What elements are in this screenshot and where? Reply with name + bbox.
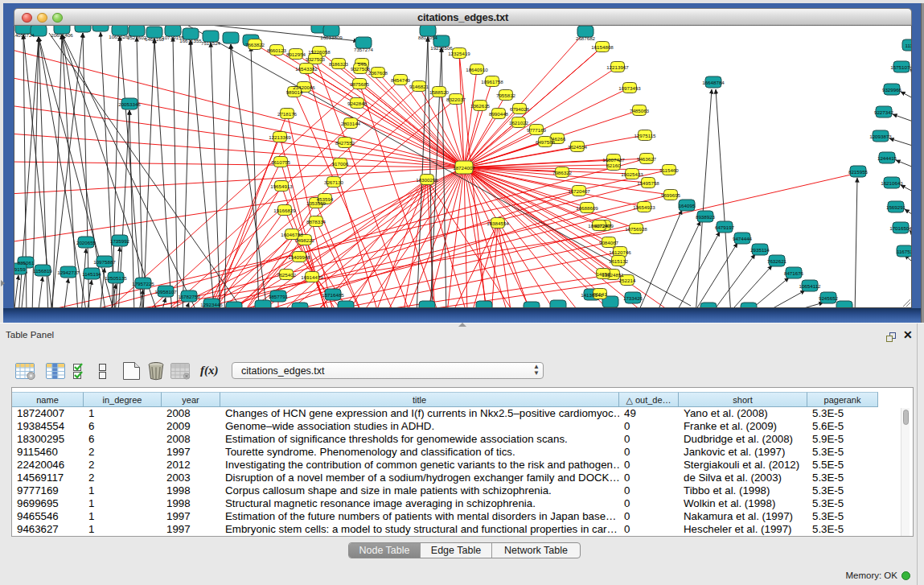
svg-text:19166829: 19166829 [273,208,296,213]
svg-text:252214: 252214 [619,278,636,283]
svg-text:12975115: 12975115 [634,133,656,138]
svg-text:9227342: 9227342 [874,109,894,115]
svg-text:15716485: 15716485 [322,292,344,298]
svg-text:10958107: 10958107 [154,289,177,295]
svg-text:10025433: 10025433 [621,171,643,177]
svg-text:8322037: 8322037 [446,97,466,102]
svg-text:917006: 917006 [332,161,349,167]
svg-text:2020655: 2020655 [76,240,97,245]
svg-text:9242848: 9242848 [347,101,368,106]
svg-text:2367608: 2367608 [368,70,388,76]
svg-text:19654923: 19654923 [633,204,655,210]
svg-text:2935114: 2935114 [750,247,770,253]
svg-text:1735992: 1735992 [110,238,130,244]
svg-text:8912954: 8912954 [286,51,306,57]
svg-text:116753: 116753 [897,249,912,254]
svg-text:7625402: 7625402 [277,272,297,278]
svg-text:16648784: 16648784 [702,80,725,85]
svg-text:164095: 164095 [679,203,696,208]
svg-text:10961758: 10961758 [481,79,503,84]
svg-text:12942737: 12942737 [57,270,80,275]
svg-text:1112: 1112 [906,43,912,48]
svg-text:9084067: 9084067 [599,240,619,245]
svg-text:10756928: 10756928 [625,226,647,232]
svg-text:8427552: 8427552 [335,140,355,146]
svg-text:17016504: 17016504 [889,225,912,231]
svg-text:1244415: 1244415 [877,155,897,161]
svg-text:20053346: 20053346 [118,101,141,107]
svg-text:12325419: 12325419 [448,51,470,56]
svg-text:9245652: 9245652 [819,295,839,301]
svg-text:12093873: 12093873 [869,134,892,139]
svg-text:15495758: 15495758 [637,180,659,186]
svg-text:9857791: 9857791 [269,294,289,299]
svg-text:19384554: 19384554 [487,220,509,226]
svg-text:19654913: 19654913 [270,183,293,189]
svg-text:8878334: 8878334 [306,219,326,225]
svg-text:12505135: 12505135 [105,275,127,281]
svg-text:7955812: 7955812 [496,93,516,98]
svg-text:3498222: 3498222 [295,237,315,243]
svg-text:15751074: 15751074 [890,64,912,70]
svg-text:16154808: 16154808 [591,44,614,50]
svg-text:16210643: 16210643 [881,180,903,186]
svg-text:8660123: 8660123 [267,47,287,53]
svg-text:7986322: 7986322 [552,170,573,175]
svg-text:12923446: 12923446 [200,302,223,307]
svg-text:18640910: 18640910 [466,67,488,72]
svg-text:16120746: 16120746 [609,249,631,255]
svg-text:2718176: 2718176 [277,111,298,117]
svg-text:453594: 453594 [317,196,334,202]
svg-text:9474444: 9474444 [733,236,753,241]
svg-text:9146821: 9146821 [409,84,429,89]
svg-text:8454749: 8454749 [391,77,411,83]
svg-text:1527602: 1527602 [127,35,147,40]
svg-text:7515524: 7515524 [201,40,221,46]
svg-text:16782759: 16782759 [178,294,200,299]
svg-text:989014: 989014 [286,89,303,95]
svg-text:6497568: 6497568 [536,139,556,145]
svg-text:62160: 62160 [606,163,621,168]
svg-text:9463627: 9463627 [637,156,657,162]
svg-text:20691406: 20691406 [51,32,73,38]
svg-text:9115460: 9115460 [659,167,679,173]
svg-text:10975887: 10975887 [93,259,116,265]
svg-text:16671355: 16671355 [179,38,202,43]
svg-text:1156819: 1156819 [33,268,52,274]
svg-text:3267130: 3267130 [324,179,344,185]
svg-text:9327503: 9327503 [306,56,326,62]
svg-text:8938923: 8938923 [696,214,716,220]
svg-text:16914479: 16914479 [301,274,323,280]
svg-text:7632621: 7632621 [767,258,787,264]
svg-text:2687682: 2687682 [576,35,596,41]
svg-text:1362615: 1362615 [470,103,491,109]
svg-text:1621022: 1621022 [509,120,529,126]
svg-text:1610755: 1610755 [271,159,291,165]
svg-text:3875685: 3875685 [350,81,370,87]
svg-text:16046788: 16046788 [281,232,303,237]
svg-text:1569291: 1569291 [886,204,906,210]
svg-text:12213967: 12213967 [606,64,629,70]
svg-text:835061: 835061 [18,260,35,266]
svg-text:10973493: 10973493 [618,85,641,91]
svg-text:2803144: 2803144 [341,121,361,126]
svg-text:15226058: 15226058 [308,49,331,55]
svg-text:8990448: 8990448 [489,111,509,117]
svg-text:7663822: 7663822 [245,42,265,47]
svg-text:18724007: 18724007 [453,165,475,171]
svg-text:12213369: 12213369 [269,134,291,140]
svg-text:6479197: 6479197 [715,225,735,230]
svg-text:1733426: 1733426 [623,295,643,301]
svg-text:8215955: 8215955 [848,169,869,175]
svg-text:8813054: 8813054 [418,35,438,40]
svg-text:16033809: 16033809 [320,35,343,40]
svg-text:7485063: 7485063 [630,108,650,113]
svg-text:9777169: 9777169 [527,127,547,133]
svg-text:17957225: 17957225 [132,281,154,286]
svg-text:10688609: 10688609 [576,205,598,211]
svg-text:15720407: 15720407 [568,188,590,194]
svg-text:86141: 86141 [593,291,607,297]
svg-text:16543382: 16543382 [295,66,318,72]
svg-text:9329966: 9329966 [882,87,902,93]
svg-text:10654112: 10654112 [799,283,821,289]
